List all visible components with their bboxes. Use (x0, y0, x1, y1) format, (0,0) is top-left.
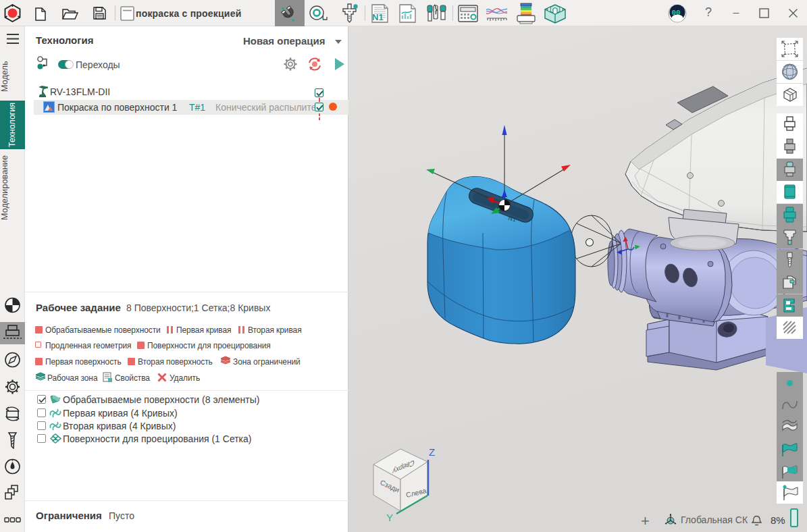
svg-text:Z: Z (429, 446, 435, 458)
svg-text:N1: N1 (372, 12, 384, 22)
svg-text:N1: N1 (508, 215, 517, 223)
svg-text:00: 00 (672, 9, 681, 17)
